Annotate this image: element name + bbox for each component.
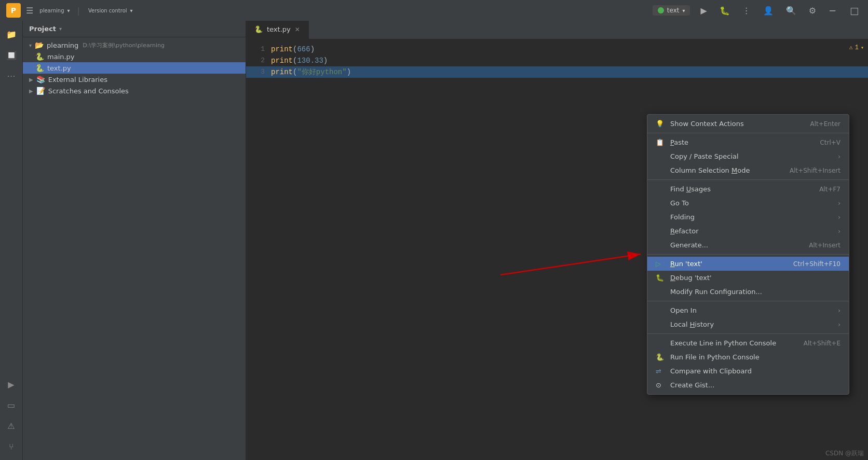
tab-text-py[interactable]: 🐍 text.py ✕ [246,21,309,39]
submenu-arrow-icon: › [838,214,840,221]
folder-icon: 📂 [35,41,44,49]
menu-item-open-in[interactable]: Open In › [647,303,849,317]
line-number-2: 2 [246,55,271,66]
run-text-icon: ▷ [656,260,666,268]
warning-count: 1 [855,44,859,51]
lightbulb-icon: 💡 [656,120,666,128]
menu-item-local-history[interactable]: Local History › [647,317,849,331]
project-title: Project [29,25,56,33]
run-dot-icon [658,7,664,13]
run-button[interactable]: ▶ [698,4,709,18]
menu-label-modify-run: Modify Run Configuration... [670,288,840,296]
paste-icon: 📋 [656,138,666,146]
text-py-label: text.py [47,64,71,72]
menu-item-modify-run[interactable]: Modify Run Configuration... [647,285,849,299]
tab-close-button[interactable]: ✕ [295,26,300,33]
tab-python-icon: 🐍 [254,25,263,33]
menu-item-generate[interactable]: Generate... Alt+Insert [647,238,849,252]
menu-item-paste[interactable]: 📋 Paste Ctrl+V [647,135,849,149]
run-label: text [667,7,680,14]
menu-label-show-context-actions: Show Context Actions [670,120,810,128]
sidebar-icon-terminal[interactable]: ▭ [2,396,21,414]
sidebar-icon-run[interactable]: ▶ [2,375,21,394]
menu-shortcut-run-text: Ctrl+Shift+F10 [793,260,840,268]
warning-indicator: ⚠ 1 ▾ [849,44,864,51]
project-name-label: plearning [39,8,64,13]
settings-button[interactable]: ⚙ [807,4,818,18]
menu-item-refactor[interactable]: Refactor › [647,224,849,238]
menu-shortcut-paste: Ctrl+V [820,139,840,146]
expand-icon: ▾ [29,43,32,48]
version-control-label: Version control [88,8,127,13]
sidebar-icon-git[interactable]: ⑂ [2,437,21,456]
menu-item-compare-clipboard[interactable]: ⇌ Compare with Clipboard [647,364,849,378]
python-file-icon: 🐍 [35,64,44,72]
tree-item-text-py[interactable]: 🐍 text.py [23,62,246,74]
tab-label: text.py [267,25,291,33]
menu-shortcut-column-selection: Alt+Shift+Insert [790,167,840,174]
tree-item-root[interactable]: ▾ 📂 plearning D:\学习案例\python\plearning [23,39,246,51]
menu-divider-3 [647,254,849,255]
line-number-1: 1 [246,44,271,55]
tree-item-scratches[interactable]: ▶ 📝 Scratches and Consoles [23,85,246,96]
menu-item-run-file-console[interactable]: 🐍 Run File in Python Console [647,350,849,364]
hamburger-menu[interactable]: ☰ [26,6,33,16]
menu-item-column-selection[interactable]: Column Selection Mode Alt+Shift+Insert [647,163,849,177]
line-code-1: print(666) [271,44,315,55]
menu-item-show-context-actions[interactable]: 💡 Show Context Actions Alt+Enter [647,117,849,131]
submenu-arrow-icon: › [838,153,840,160]
sidebar-icon-plugins[interactable]: 🔲 [2,46,21,64]
titlebar-right: text ▾ ▶ 🐛 ⋮ 👤 🔍 ⚙ ─ □ [653,4,862,18]
code-line-3: 3 print("你好python") [246,66,868,78]
menu-separator: | [77,6,80,16]
submenu-arrow-icon: › [838,228,840,235]
search-button[interactable]: 🔍 [784,4,798,18]
minimize-button[interactable]: ─ [826,5,838,16]
run-chevron-icon: ▾ [682,8,685,13]
menu-item-create-gist[interactable]: ⊙ Create Gist... [647,378,849,392]
sidebar-icon-more[interactable]: ⋯ [2,66,21,85]
version-control-chevron-icon: ▾ [130,8,133,13]
menu-label-run-file-console: Run File in Python Console [670,353,840,361]
external-libraries-label: External Libraries [48,76,107,83]
root-path: D:\学习案例\python\plearning [83,41,165,49]
menu-item-copy-paste-special[interactable]: Copy / Paste Special › [647,149,849,163]
library-icon: 📚 [36,75,45,83]
more-button[interactable]: ⋮ [740,4,753,18]
scratches-icon: 📝 [36,87,45,95]
line-code-3: print("你好python") [271,66,351,78]
version-control-menu[interactable]: Version control ▾ [87,8,133,13]
menu-shortcut-generate: Alt+Insert [809,242,840,249]
menu-divider-5 [647,333,849,334]
menu-label-copy-paste-special: Copy / Paste Special [670,152,834,160]
titlebar: P ☰ plearning ▾ | Version control ▾ text… [0,0,868,21]
menu-item-debug-text[interactable]: 🐛 Debug 'text' [647,271,849,285]
menu-label-local-history: Local History [670,320,834,328]
sidebar-icon-problems[interactable]: ⚠ [2,416,21,435]
run-indicator[interactable]: text ▾ [653,5,690,16]
sidebar-icon-project[interactable]: 📁 [2,25,21,44]
menu-label-paste: Paste [670,138,820,146]
menu-label-execute-line: Execute Line in Python Console [670,339,804,347]
project-tree: ▾ 📂 plearning D:\学习案例\python\plearning 🐍… [23,37,246,460]
watermark: CSDN @跃瑞 [825,449,864,458]
menu-item-go-to[interactable]: Go To › [647,196,849,210]
submenu-arrow-icon: › [838,307,840,314]
app-logo: P [6,3,21,18]
tree-item-main-py[interactable]: 🐍 main.py [23,51,246,62]
menu-item-execute-line[interactable]: Execute Line in Python Console Alt+Shift… [647,336,849,350]
menu-item-find-usages[interactable]: Find Usages Alt+F7 [647,182,849,196]
menu-label-generate: Generate... [670,241,809,249]
menu-item-folding[interactable]: Folding › [647,210,849,224]
profile-button[interactable]: 👤 [761,4,776,18]
submenu-arrow-icon: › [838,200,840,207]
menu-shortcut-find-usages: Alt+F7 [819,186,840,193]
maximize-button[interactable]: □ [847,5,862,16]
menu-item-run-text[interactable]: ▷ Run 'text' Ctrl+Shift+F10 [647,257,849,271]
project-menu[interactable]: plearning ▾ [38,8,70,13]
line-code-2: print(130.33) [271,55,328,66]
debug-button[interactable]: 🐛 [717,4,732,18]
editor-area: 🐍 text.py ✕ ⚠ 1 ▾ 1 print(666) 2 prin [246,21,868,460]
tree-item-external-libraries[interactable]: ▶ 📚 External Libraries [23,74,246,85]
submenu-arrow-icon: › [838,321,840,328]
